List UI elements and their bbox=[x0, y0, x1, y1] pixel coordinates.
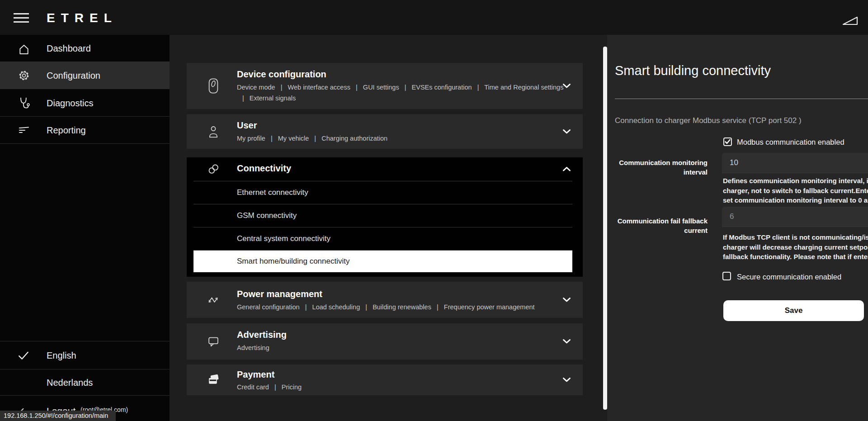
monitoring-interval-help: Defines communication monitoring interva… bbox=[723, 176, 868, 205]
save-button[interactable]: Save bbox=[723, 300, 864, 321]
section-title: Connectivity bbox=[237, 163, 291, 174]
sidebar: Dashboard Configuration Diagnostics bbox=[0, 35, 170, 421]
user-icon bbox=[208, 125, 219, 138]
section-payment[interactable]: Payment Credit card | Pricing bbox=[187, 364, 583, 395]
sidebar-item-diagnostics[interactable]: Diagnostics bbox=[0, 90, 170, 117]
fallback-current-label: Communication fail fallback current bbox=[607, 216, 708, 235]
section-subtitle: Device mode | Web interface access | GUI… bbox=[237, 82, 563, 93]
device-icon bbox=[208, 78, 219, 94]
chevron-down-icon[interactable] bbox=[562, 83, 571, 89]
sidebar-item-configuration[interactable]: Configuration bbox=[0, 62, 170, 89]
home-icon bbox=[18, 41, 30, 56]
secure-communication-checkbox[interactable] bbox=[722, 272, 731, 280]
modbus-communication-checkbox[interactable] bbox=[723, 137, 732, 146]
modbus-service-label: Connection to charger Modbus service (TC… bbox=[615, 116, 802, 125]
language-label: Nederlands bbox=[47, 377, 93, 388]
sidebar-item-reporting[interactable]: Reporting bbox=[0, 117, 170, 144]
section-subtitle: My profile | My vehicle | Charging autho… bbox=[237, 133, 387, 144]
divider bbox=[615, 99, 868, 99]
chevron-down-icon[interactable] bbox=[562, 377, 571, 383]
connectivity-item-smart-home-building[interactable]: Smart home/building connectivity bbox=[193, 250, 572, 272]
fallback-current-input[interactable] bbox=[722, 207, 868, 227]
section-device-configuration[interactable]: Device configuration Device mode | Web i… bbox=[187, 63, 583, 109]
sidebar-item-label: Diagnostics bbox=[47, 98, 93, 108]
language-item-english[interactable]: English bbox=[0, 341, 170, 369]
section-advertising[interactable]: Advertising Advertising bbox=[187, 323, 583, 360]
connectivity-item-ethernet[interactable]: Ethernet connectivity bbox=[193, 181, 572, 204]
chevron-down-icon[interactable] bbox=[562, 129, 571, 134]
smart-building-connectivity-panel: Smart building connectivity Connection t… bbox=[607, 35, 868, 421]
section-subtitle: Advertising bbox=[237, 342, 269, 353]
page-title: Smart building connectivity bbox=[615, 63, 771, 78]
report-lines-icon bbox=[18, 123, 30, 138]
section-subtitle: General configuration | Load scheduling … bbox=[237, 302, 535, 312]
language-label: English bbox=[47, 350, 76, 360]
connectivity-item-central-system[interactable]: Central system connectivity bbox=[193, 227, 572, 250]
sidebar-item-dashboard[interactable]: Dashboard bbox=[0, 35, 170, 62]
section-connectivity-header[interactable]: Connectivity bbox=[187, 157, 583, 181]
section-subtitle: | External signals bbox=[237, 93, 296, 104]
monitoring-interval-input[interactable] bbox=[722, 153, 868, 173]
modbus-checkbox-label: Modbus communication enabled bbox=[737, 138, 844, 147]
section-user[interactable]: User My profile | My vehicle | Charging … bbox=[187, 114, 583, 149]
chevron-down-icon[interactable] bbox=[562, 297, 571, 303]
credit-card-icon bbox=[208, 374, 220, 386]
power-wave-icon bbox=[208, 294, 220, 305]
section-connectivity: Connectivity Ethernet connectivity GSM c… bbox=[187, 157, 583, 277]
secure-checkbox-label: Secure communication enabled bbox=[737, 273, 841, 281]
sidebar-item-label: Configuration bbox=[47, 70, 100, 80]
section-title: User bbox=[237, 120, 257, 131]
etrel-logo: ETREL bbox=[47, 11, 118, 25]
hamburger-menu-icon[interactable] bbox=[14, 13, 29, 22]
section-power-management[interactable]: Power management General configuration |… bbox=[187, 282, 583, 318]
section-title: Advertising bbox=[237, 330, 287, 340]
checkmark-icon bbox=[18, 348, 30, 363]
chevron-down-icon[interactable] bbox=[562, 339, 571, 344]
links-icon bbox=[208, 164, 220, 175]
section-subtitle: Credit card | Pricing bbox=[237, 382, 302, 393]
top-bar: ETREL bbox=[0, 0, 868, 35]
stethoscope-icon bbox=[18, 95, 30, 111]
connectivity-item-gsm[interactable]: GSM connectivity bbox=[193, 204, 572, 227]
section-title: Power management bbox=[237, 289, 322, 299]
chevron-up-icon[interactable] bbox=[562, 166, 571, 172]
language-item-nederlands[interactable]: Nederlands bbox=[0, 369, 170, 395]
fallback-current-help: If Modbus TCP client is not communicatin… bbox=[723, 232, 868, 262]
signal-strength-icon bbox=[842, 15, 859, 26]
monitoring-interval-label: Communication monitoring interval bbox=[607, 158, 708, 177]
browser-status-url: 192.168.1.250/#!/configuration/main bbox=[0, 411, 116, 421]
section-title: Device configuration bbox=[237, 69, 326, 80]
sidebar-item-label: Dashboard bbox=[47, 43, 91, 53]
sidebar-item-label: Reporting bbox=[47, 125, 86, 135]
section-title: Payment bbox=[237, 369, 274, 380]
gear-icon bbox=[18, 68, 30, 83]
scrollbar-thumb[interactable] bbox=[603, 47, 607, 410]
speech-bubble-icon bbox=[208, 336, 219, 347]
